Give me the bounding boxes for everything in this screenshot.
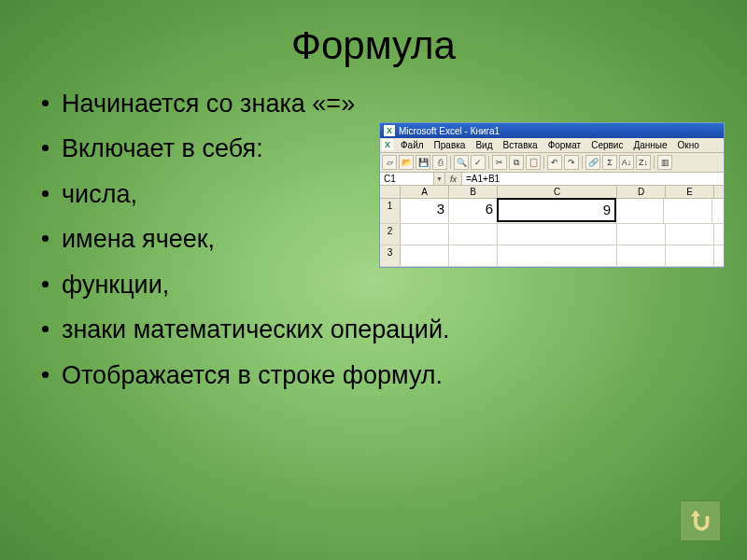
menu-file[interactable]: Файл — [396, 139, 429, 151]
cell[interactable] — [401, 245, 449, 266]
menu-window[interactable]: Окно — [673, 139, 704, 151]
paste-icon[interactable]: 📋 — [526, 155, 541, 170]
col-header[interactable]: C — [498, 186, 617, 198]
cell[interactable] — [615, 199, 664, 223]
cell[interactable]: 6 — [449, 199, 498, 223]
col-header[interactable]: B — [449, 186, 498, 198]
excel-titlebar: X Microsoft Excel - Книга1 — [380, 123, 724, 138]
list-item: функции, — [42, 268, 728, 301]
row-header[interactable]: 1 — [380, 199, 401, 223]
undo-icon[interactable]: ↶ — [547, 155, 562, 170]
cut-icon[interactable]: ✂ — [492, 155, 507, 170]
page-title: Формула — [0, 0, 747, 87]
name-box-dropdown-icon[interactable]: ▼ — [434, 173, 445, 185]
spell-icon[interactable]: ✓ — [471, 155, 486, 170]
cell[interactable] — [449, 245, 498, 266]
cell[interactable] — [449, 224, 498, 245]
preview-icon[interactable]: 🔍 — [454, 155, 469, 170]
table-row: 2 — [380, 224, 724, 245]
save-icon[interactable]: 💾 — [416, 155, 430, 170]
excel-menubar: X Файл Правка Вид Вставка Формат Сервис … — [380, 138, 724, 153]
menu-view[interactable]: Вид — [471, 139, 497, 151]
table-row: 1 3 6 9 — [380, 199, 724, 224]
cell-selected[interactable]: 9 — [497, 198, 616, 222]
cell[interactable] — [498, 224, 617, 245]
cell[interactable] — [401, 224, 449, 245]
u-turn-arrow-icon — [686, 507, 714, 535]
excel-grid: A B C D E 1 3 6 9 2 3 — [380, 186, 724, 267]
copy-icon[interactable]: ⧉ — [509, 155, 524, 170]
sort-desc-icon[interactable]: Z↓ — [636, 155, 651, 170]
cell[interactable] — [664, 199, 712, 223]
print-icon[interactable]: ⎙ — [432, 155, 447, 170]
menu-format[interactable]: Формат — [543, 139, 586, 151]
list-item: Начинается со знака «=» — [42, 87, 728, 120]
cell[interactable] — [666, 245, 714, 266]
cell[interactable] — [617, 245, 666, 266]
menu-tools[interactable]: Сервис — [586, 139, 627, 151]
excel-app-icon: X — [384, 125, 395, 136]
list-item: Отображается в строке формул. — [42, 358, 728, 392]
cell[interactable]: 3 — [401, 199, 449, 223]
redo-icon[interactable]: ↷ — [564, 155, 579, 170]
excel-app-icon: X — [382, 139, 393, 150]
link-icon[interactable]: 🔗 — [585, 155, 600, 170]
formula-input[interactable]: =A1+B1 — [462, 173, 724, 185]
col-header[interactable]: D — [617, 186, 666, 198]
sum-icon[interactable]: Σ — [602, 155, 617, 170]
name-box[interactable]: C1 — [380, 173, 434, 185]
new-icon[interactable]: ▱ — [382, 155, 397, 170]
menu-data[interactable]: Данные — [628, 139, 671, 151]
list-item: знаки математических операций. — [42, 313, 728, 346]
chart-icon[interactable]: ▥ — [657, 155, 672, 170]
return-button[interactable] — [680, 500, 721, 541]
sort-asc-icon[interactable]: A↓ — [619, 155, 634, 170]
excel-toolbar: ▱ 📂 💾 ⎙ 🔍 ✓ ✂ ⧉ 📋 ↶ ↷ 🔗 Σ A↓ Z↓ ▥ — [380, 153, 724, 173]
table-row: 3 — [380, 245, 724, 267]
col-header[interactable]: E — [666, 186, 714, 198]
row-header[interactable]: 3 — [380, 245, 401, 266]
excel-title-text: Microsoft Excel - Книга1 — [399, 126, 500, 136]
cell[interactable] — [666, 224, 714, 245]
open-icon[interactable]: 📂 — [399, 155, 414, 170]
formula-bar: C1 ▼ fx =A1+B1 — [380, 173, 724, 186]
row-header[interactable]: 2 — [380, 224, 401, 245]
cell[interactable] — [617, 224, 666, 245]
cell[interactable] — [498, 245, 617, 266]
col-header[interactable]: A — [401, 186, 449, 198]
excel-window: X Microsoft Excel - Книга1 X Файл Правка… — [379, 122, 725, 268]
menu-insert[interactable]: Вставка — [498, 139, 542, 151]
menu-edit[interactable]: Правка — [430, 139, 471, 151]
column-headers: A B C D E — [380, 186, 724, 199]
fx-icon[interactable]: fx — [445, 173, 462, 185]
